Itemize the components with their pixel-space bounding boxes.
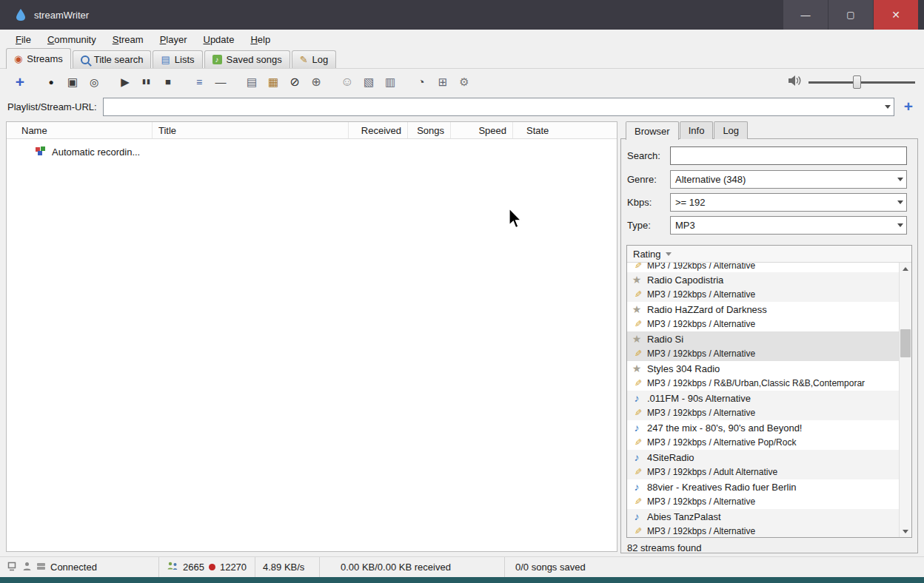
speed-value: 4.89 KB/s (263, 562, 304, 573)
station-row[interactable]: ♪.011FM - 90s Alternative ✎MP3 / 192kbps… (627, 391, 899, 420)
menubar: File Community Stream Player Update Help (0, 30, 924, 49)
menu-stream[interactable]: Stream (104, 31, 152, 48)
maximize-button[interactable]: ▢ (828, 0, 873, 30)
community-counts-segment: 2665 12270 (159, 557, 255, 577)
close-icon: ✕ (891, 9, 900, 21)
users-icon (167, 562, 178, 573)
station-row[interactable]: ♪4SiteRadio ✎MP3 / 192kbps / Adult Alter… (627, 450, 899, 479)
menu-community[interactable]: Community (39, 31, 104, 48)
scrollbar-thumb[interactable] (900, 329, 911, 357)
titlebar[interactable]: streamWriter — ▢ ✕ (0, 0, 924, 30)
station-row[interactable]: ♪ ✎MP3 / 192kbps / Alternative (627, 263, 899, 272)
stream-url-combobox[interactable] (103, 98, 894, 116)
stop-playback-button[interactable]: ■ (160, 73, 176, 91)
chevron-down-icon (885, 105, 891, 109)
playlist-button[interactable]: ▥ (382, 73, 398, 91)
music-note-icon: ♪ (632, 452, 642, 462)
pencil-icon: ✎ (634, 526, 642, 536)
music-note-icon: ♪ (632, 482, 642, 492)
stream-url-input[interactable] (104, 98, 882, 115)
chevron-down-icon (897, 200, 903, 204)
genre-select[interactable]: Alternative (348) (670, 170, 907, 189)
pencil-icon: ✎ (634, 263, 642, 271)
rating-sort-header[interactable]: Rating (627, 246, 911, 263)
stop-after-song-button[interactable]: ◎ (86, 73, 102, 91)
search-input[interactable] (670, 146, 907, 165)
column-speed[interactable]: Speed (451, 122, 513, 138)
blacklist-button[interactable]: ⊘ (287, 73, 303, 91)
add-url-button[interactable]: + (900, 98, 917, 115)
play-button[interactable]: ▶ (117, 73, 133, 91)
menu-file[interactable]: File (7, 31, 39, 48)
pause-button[interactable]: ▮▮ (138, 73, 155, 91)
add-stream-button[interactable]: + (12, 73, 28, 91)
music-note-icon: ♪ (632, 422, 642, 433)
copy-title-button[interactable]: ▤ (244, 73, 260, 91)
tab-browser[interactable]: Browser (626, 121, 679, 140)
type-select[interactable]: MP3 (670, 216, 907, 235)
menu-update[interactable]: Update (195, 31, 242, 48)
tab-streams-label: Streams (27, 53, 62, 64)
url-dropdown-button[interactable] (882, 98, 894, 115)
kbps-select[interactable]: >= 192 (670, 193, 907, 212)
search-titles-button[interactable]: ⊞ (435, 73, 451, 91)
volume-control (788, 75, 915, 90)
type-dropdown-button[interactable] (894, 217, 906, 234)
tab-saved-songs[interactable]: ♪ Saved songs (204, 50, 290, 68)
playlist-remove-button[interactable]: — (212, 73, 229, 91)
column-title[interactable]: Title (153, 122, 349, 138)
connection-status: Connected (50, 562, 97, 573)
schedule-button[interactable]: ◔ (413, 73, 429, 91)
scroll-down-button[interactable] (900, 525, 911, 537)
recording-group-icon (35, 146, 46, 158)
scrollbar[interactable] (899, 263, 911, 537)
volume-slider[interactable] (808, 75, 915, 90)
station-row[interactable]: ♪247 the mix - 80's, 90's and Beyond! ✎M… (627, 420, 899, 450)
count-secondary: 12270 (220, 562, 247, 573)
stop-recording-button[interactable]: ▣ (64, 73, 81, 91)
toolbar: + ● ▣ ◎ ▶ ▮▮ ■ ≡ — ▤ ▦ ⊘ ⊕ ☺ ▧ ▥ ◔ ⊞ ⚙ (0, 69, 924, 95)
menu-player[interactable]: Player (152, 31, 195, 48)
network-status-icon (7, 562, 18, 573)
scroll-up-button[interactable] (900, 263, 911, 274)
tab-title-search[interactable]: Title search (73, 50, 152, 68)
station-row[interactable]: ★Styles 304 Radio ✎MP3 / 192kbps / R&B/U… (627, 361, 899, 391)
maximize-icon: ▢ (846, 10, 854, 20)
settings-button[interactable]: ⚙ (456, 73, 472, 91)
main-tabbar: ◉ Streams Title search ▤ Lists ♪ Saved s… (0, 49, 924, 69)
stream-website-button[interactable]: ⊕ (308, 73, 324, 91)
column-received[interactable]: Received (349, 122, 408, 138)
pencil-icon: ✎ (634, 496, 642, 507)
close-button[interactable]: ✕ (874, 0, 918, 30)
station-row[interactable]: ★Radio Si ✎MP3 / 192kbps / Alternative (627, 331, 899, 361)
menu-help[interactable]: Help (242, 31, 278, 48)
station-row[interactable]: ★Radio Capodistria ✎MP3 / 192kbps / Alte… (627, 272, 899, 302)
pencil-icon: ✎ (634, 408, 642, 418)
record-button[interactable]: ● (43, 73, 59, 91)
tab-panel-log[interactable]: Log (714, 121, 748, 139)
search-label: Search: (627, 150, 670, 161)
station-row[interactable]: ♪88vier - Kreatives Radio fuer Berlin ✎M… (627, 479, 899, 509)
tab-streams[interactable]: ◉ Streams (6, 48, 71, 69)
genre-dropdown-button[interactable] (894, 171, 906, 188)
tab-lists[interactable]: ▤ Lists (153, 50, 202, 68)
genre-label: Genre: (627, 174, 670, 185)
pencil-icon: ✎ (634, 319, 642, 329)
playlist-add-button[interactable]: ≡ (191, 73, 207, 91)
audio-device-button[interactable]: ▧ (361, 73, 377, 91)
column-name[interactable]: Name (7, 122, 153, 138)
minimize-button[interactable]: — (783, 0, 828, 30)
kbps-dropdown-button[interactable] (894, 194, 906, 211)
title-search-icon (81, 55, 90, 64)
archive-button[interactable]: ▦ (265, 73, 281, 91)
table-row[interactable]: Automatic recordin... (7, 144, 617, 160)
tab-log[interactable]: ✎ Log (292, 50, 337, 68)
volume-thumb[interactable] (853, 75, 861, 89)
music-note-icon: ♪ (632, 511, 642, 522)
column-state[interactable]: State (513, 122, 617, 138)
tab-info[interactable]: Info (680, 121, 714, 139)
rate-stream-button[interactable]: ☺ (339, 73, 355, 91)
station-row[interactable]: ★Radio HaZZard of Darkness ✎MP3 / 192kbp… (627, 302, 899, 331)
column-songs[interactable]: Songs (408, 122, 451, 138)
station-row[interactable]: ♪Abies TanzPalast ✎MP3 / 192kbps / Alter… (627, 509, 899, 537)
